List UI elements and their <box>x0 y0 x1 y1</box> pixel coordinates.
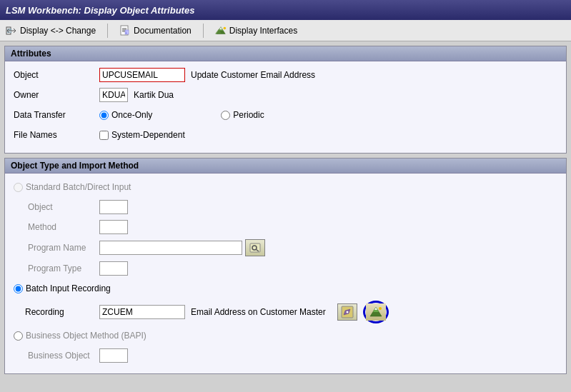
batch-input-row: Batch Input Recording <box>14 281 557 296</box>
sub-object-label: Object <box>25 202 99 212</box>
attributes-header: Attributes <box>5 46 566 61</box>
toolbar-separator-2 <box>203 24 204 38</box>
program-name-search-btn[interactable] <box>245 239 265 256</box>
display-interfaces-inner-btn[interactable] <box>366 303 386 321</box>
once-only-option[interactable]: Once-Only <box>99 110 152 120</box>
business-object-method-label: Business Object Method (BAPI) <box>26 331 147 341</box>
object-description: Update Customer Email Address <box>191 70 315 80</box>
mountain-icon <box>369 306 383 318</box>
recording-description: Email Address on Customer Master <box>191 307 326 317</box>
program-name-label: Program Name <box>25 243 99 253</box>
file-names-row: File Names System-Dependent <box>14 127 557 143</box>
documentation-icon: i <box>119 25 131 36</box>
standard-batch-option[interactable]: Standard Batch/Direct Input <box>14 182 131 192</box>
svg-point-12 <box>223 26 226 29</box>
data-transfer-row: Data Transfer Once-Only Periodic <box>14 107 557 123</box>
program-type-input[interactable] <box>99 261 128 276</box>
business-object-method-row: Business Object Method (BAPI) <box>14 328 557 343</box>
display-interfaces-label: Display Interfaces <box>229 26 297 36</box>
display-change-button[interactable]: 🔄 Display <-> Change <box>6 25 96 36</box>
once-only-label: Once-Only <box>111 110 152 120</box>
app-title: LSM Workbench: Display Object Attributes <box>6 5 194 16</box>
business-object-label: Business Object <box>25 351 99 361</box>
svg-point-17 <box>346 311 348 313</box>
display-interfaces-button[interactable]: Display Interfaces <box>215 25 297 36</box>
display-change-label: Display <-> Change <box>20 26 96 36</box>
business-object-method-option[interactable]: Business Object Method (BAPI) <box>14 331 147 341</box>
standard-batch-row: Standard Batch/Direct Input <box>14 179 557 195</box>
system-dependent-option[interactable]: System-Dependent <box>99 130 185 140</box>
toolbar: 🔄 Display <-> Change i Documentation <box>0 20 571 41</box>
attributes-panel: Attributes Object Update Customer Email … <box>4 46 567 154</box>
once-only-radio[interactable] <box>99 111 109 120</box>
periodic-label: Periodic <box>233 110 264 120</box>
object-row: Object Update Customer Email Address <box>14 67 557 83</box>
display-interfaces-circle-btn[interactable] <box>363 301 389 323</box>
owner-field: Kartik Dua <box>99 88 174 102</box>
standard-batch-radio[interactable] <box>14 183 23 192</box>
batch-input-radio[interactable] <box>14 284 23 293</box>
program-name-input[interactable] <box>99 241 242 255</box>
owner-row: Owner Kartik Dua <box>14 87 557 103</box>
main-content: Attributes Object Update Customer Email … <box>0 41 571 378</box>
recording-action-btn[interactable] <box>337 303 357 321</box>
display-interfaces-icon <box>215 25 227 36</box>
program-type-label: Program Type <box>25 263 99 273</box>
object-type-header: Object Type and Import Method <box>5 159 566 174</box>
object-input[interactable] <box>99 68 185 82</box>
display-change-icon: 🔄 <box>6 25 17 36</box>
periodic-option[interactable]: Periodic <box>221 110 264 120</box>
batch-input-option[interactable]: Batch Input Recording <box>14 283 111 293</box>
method-label: Method <box>25 222 99 232</box>
recording-input[interactable] <box>99 305 185 319</box>
system-dependent-checkbox[interactable] <box>99 131 109 140</box>
search-icon <box>249 243 261 253</box>
owner-input[interactable] <box>99 88 128 102</box>
documentation-button[interactable]: i Documentation <box>119 25 192 36</box>
title-bar: LSM Workbench: Display Object Attributes <box>0 0 571 20</box>
object-field: Update Customer Email Address <box>99 68 315 82</box>
attributes-body: Object Update Customer Email Address Own… <box>5 61 566 153</box>
edit-icon <box>341 306 354 318</box>
program-name-row: Program Name <box>14 239 557 256</box>
recording-label: Recording <box>25 307 99 317</box>
svg-text:i: i <box>126 31 126 35</box>
standard-batch-label: Standard Batch/Direct Input <box>26 182 131 192</box>
batch-input-label: Batch Input Recording <box>26 283 111 293</box>
owner-description: Kartik Dua <box>134 90 174 100</box>
data-transfer-options: Once-Only Periodic <box>99 110 264 120</box>
documentation-label: Documentation <box>134 26 192 36</box>
business-object-row: Business Object <box>14 348 557 363</box>
object-label: Object <box>14 70 99 80</box>
method-row: Method <box>14 219 557 235</box>
sub-object-row: Object <box>14 199 557 215</box>
owner-label: Owner <box>14 90 99 100</box>
file-names-label: File Names <box>14 130 99 140</box>
program-type-row: Program Type <box>14 261 557 276</box>
system-dependent-label: System-Dependent <box>111 130 185 140</box>
business-object-method-radio[interactable] <box>14 331 23 341</box>
toolbar-separator-1 <box>107 24 108 38</box>
business-object-input[interactable] <box>99 348 128 363</box>
recording-row: Recording Email Address on Customer Mast… <box>14 301 557 323</box>
object-type-body: Standard Batch/Direct Input Object Metho… <box>5 174 566 373</box>
object-type-panel: Object Type and Import Method Standard B… <box>4 158 567 374</box>
sub-object-input[interactable] <box>99 200 128 214</box>
periodic-radio[interactable] <box>221 111 230 120</box>
svg-point-21 <box>379 307 382 310</box>
data-transfer-label: Data Transfer <box>14 110 99 120</box>
method-input[interactable] <box>99 220 128 234</box>
recording-field: Email Address on Customer Master <box>99 301 389 323</box>
